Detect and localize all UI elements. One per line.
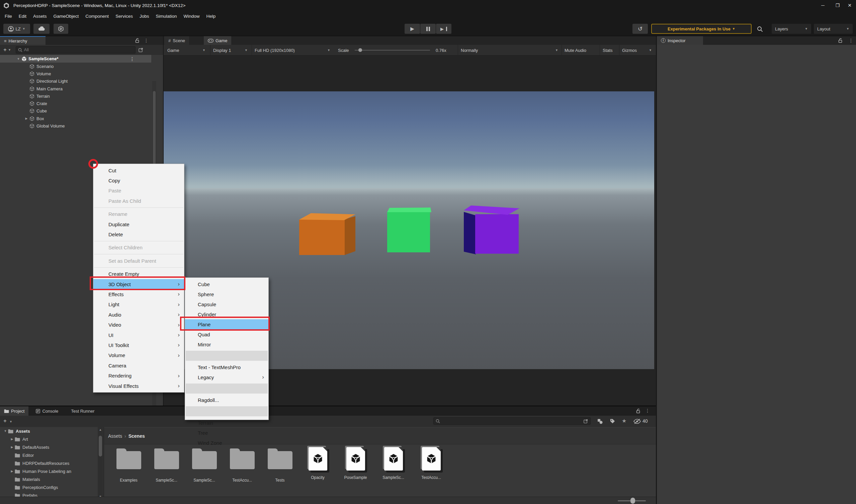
submenu-item[interactable]: Sphere — [185, 289, 268, 299]
asset-grid-item[interactable]: TestAccu... — [223, 446, 261, 483]
experimental-packages-button[interactable]: Experimental Packages In Use ▼ — [651, 24, 752, 34]
chevron-down-icon[interactable]: ▼ — [10, 420, 12, 424]
context-menu-item[interactable]: Video › — [93, 320, 184, 330]
tab-console[interactable]: Console — [32, 406, 62, 416]
kebab-menu-icon[interactable]: ⋮ — [130, 56, 135, 61]
hierarchy-item[interactable]: Scenario — [0, 62, 151, 70]
display-target-dropdown[interactable]: Game▼ — [165, 45, 208, 56]
expand-arrow-icon[interactable]: ▼ — [3, 429, 8, 433]
breadcrumb-current[interactable]: Scenes — [128, 433, 145, 439]
gizmos-dropdown[interactable]: Gizmos▼ — [619, 45, 655, 56]
context-menu-item[interactable]: Delete — [93, 229, 184, 239]
hierarchy-item[interactable]: Main Camera — [0, 85, 151, 92]
tab-scene[interactable]: # Scene — [164, 36, 189, 45]
project-tree-item[interactable]: PerceptionConfigs — [0, 483, 98, 491]
context-menu-item[interactable] — [94, 208, 183, 208]
breadcrumb-root[interactable]: Assets — [108, 433, 122, 439]
tab-game[interactable]: Game — [204, 36, 231, 45]
add-gameobject-button[interactable]: + — [3, 47, 7, 53]
lock-icon[interactable] — [135, 38, 140, 43]
scale-slider-track[interactable] — [355, 50, 430, 51]
minimize-button[interactable]: ─ — [816, 0, 830, 11]
expand-arrow-icon[interactable]: ▶ — [10, 470, 15, 473]
tab-test-runner[interactable]: Test Runner — [67, 406, 99, 416]
context-menu-item[interactable]: Duplicate — [93, 219, 184, 229]
hierarchy-scene-row[interactable]: ▼ SampleScene* ⋮ — [0, 55, 151, 62]
context-menu-item[interactable] — [94, 254, 183, 254]
submenu-item[interactable]: Terrain — [185, 418, 268, 428]
tab-project[interactable]: Project — [0, 406, 29, 416]
context-menu-item[interactable]: Camera — [93, 360, 184, 371]
menu-bar-item[interactable]: File — [1, 12, 15, 21]
hierarchy-item[interactable]: Directional Light — [0, 78, 151, 85]
search-icon[interactable] — [757, 26, 763, 32]
menu-bar-item[interactable]: Jobs — [136, 12, 153, 21]
menu-bar-item[interactable]: Component — [82, 12, 112, 21]
submenu-item[interactable]: Ragdoll... — [185, 395, 268, 405]
context-menu-item[interactable]: Select Children — [93, 242, 184, 253]
submenu-item[interactable] — [186, 351, 268, 361]
menu-bar-item[interactable]: Window — [180, 12, 203, 21]
project-tree-scrollbar-thumb[interactable] — [99, 436, 102, 456]
menu-bar-item[interactable]: GameObject — [50, 12, 82, 21]
asset-grid-item[interactable]: Examples — [110, 446, 147, 483]
tab-hierarchy[interactable]: ≡ Hierarchy — [0, 36, 46, 45]
hierarchy-item[interactable]: Volume — [0, 70, 151, 77]
context-menu-item[interactable]: Effects › — [93, 289, 184, 299]
lock-icon[interactable] — [838, 38, 843, 43]
context-menu-item[interactable] — [94, 241, 183, 241]
hierarchy-search-input[interactable]: All — [16, 46, 136, 54]
popout-window-icon[interactable] — [138, 47, 144, 53]
favorites-star-icon[interactable]: ★ — [622, 418, 626, 424]
tab-inspector[interactable]: i Inspector — [657, 36, 703, 45]
asset-grid-item[interactable]: TestAccu... — [412, 446, 450, 483]
submenu-item[interactable]: Wind Zone — [185, 438, 268, 448]
project-tree-item[interactable]: ▶ Human Pose Labeling an — [0, 467, 98, 475]
context-menu-item[interactable]: UI Toolkit › — [93, 340, 184, 350]
close-button[interactable]: ✕ — [842, 0, 856, 11]
submenu-item[interactable]: Quad — [185, 329, 268, 339]
submenu-item[interactable]: Cube — [185, 279, 268, 289]
kebab-menu-icon[interactable]: ⋮ — [645, 408, 650, 416]
context-menu-item[interactable]: Paste — [93, 186, 184, 196]
layers-dropdown[interactable]: Layers ▼ — [772, 24, 811, 34]
layout-dropdown[interactable]: Layout ▼ — [814, 24, 853, 34]
asset-grid-item[interactable]: SampleSc... — [185, 446, 223, 483]
stats-button[interactable]: Stats — [600, 45, 618, 56]
context-menu-item[interactable]: Rendering › — [93, 371, 184, 380]
asset-grid-item[interactable]: Tests — [261, 446, 299, 483]
project-tree-item[interactable]: Materials — [0, 475, 98, 483]
asset-grid-item[interactable]: PoseSample — [337, 446, 374, 483]
kebab-menu-icon[interactable]: ⋮ — [849, 38, 853, 43]
context-menu-item[interactable]: Visual Effects › — [93, 381, 184, 391]
menu-bar-item[interactable]: Simulation — [152, 12, 180, 21]
expand-arrow-icon[interactable]: ▶ — [23, 117, 30, 120]
context-menu-item[interactable]: Copy — [93, 175, 184, 185]
menu-bar-item[interactable]: Services — [112, 12, 136, 21]
project-tree-item[interactable]: ▶ Art — [0, 435, 98, 443]
context-menu-item[interactable]: Audio › — [93, 309, 184, 320]
step-button[interactable]: ▶ — [436, 24, 451, 34]
search-by-type-icon[interactable] — [597, 418, 603, 424]
scroll-up-icon[interactable]: ▲ — [98, 428, 103, 431]
playmode-behavior-dropdown[interactable]: Normally▼ — [458, 45, 561, 56]
project-tree-item[interactable]: ▼ Assets — [0, 427, 98, 435]
hierarchy-item[interactable]: Crate — [0, 100, 151, 107]
context-menu-item[interactable]: Paste As Child — [93, 196, 184, 206]
play-button[interactable]: ▶ — [405, 24, 420, 34]
kebab-menu-icon[interactable]: ⋮ — [144, 38, 148, 43]
popout-window-icon[interactable] — [583, 419, 588, 424]
search-by-label-icon[interactable] — [610, 418, 616, 424]
plastic-scm-button[interactable] — [54, 24, 68, 34]
project-tree-item[interactable]: Prefabs — [0, 491, 98, 497]
undo-history-button[interactable]: ↺ — [632, 24, 648, 34]
pause-button[interactable] — [420, 24, 436, 34]
expand-arrow-icon[interactable]: ▶ — [10, 446, 15, 449]
menu-bar-item[interactable]: Edit — [15, 12, 30, 21]
submenu-item[interactable]: Text - TextMeshPro — [185, 362, 268, 372]
hidden-count-eye-icon[interactable] — [634, 419, 641, 424]
asset-grid-item[interactable]: SampleSc... — [374, 446, 412, 483]
asset-grid-item[interactable]: SampleSc... — [147, 446, 185, 483]
hierarchy-item[interactable]: Cube — [0, 107, 151, 115]
project-search-input[interactable] — [433, 417, 591, 425]
